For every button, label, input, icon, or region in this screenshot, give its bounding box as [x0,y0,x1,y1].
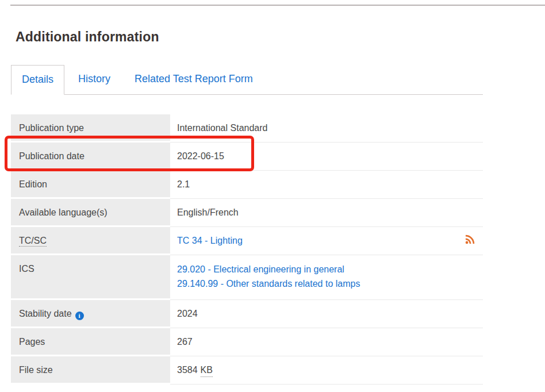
page-title: Additional information [16,29,159,45]
tab-related-test-report-form[interactable]: Related Test Report Form [124,65,263,94]
row-label: Edition [11,171,170,199]
row-value: English/French [177,207,239,218]
ics-link-2[interactable]: 29.140.99 - Other standards related to l… [177,275,360,292]
file-size-value: 3584 [177,364,198,376]
row-value: International Standard [177,122,267,134]
tab-history[interactable]: History [68,65,121,94]
row-label: Pages [11,328,170,356]
table-row-ics: ICS 29.020 - Electrical engineering in g… [11,255,483,300]
table-row-publication-type: Publication type International Standard [11,114,483,143]
tc-sc-abbr: TC/SC [19,236,47,247]
table-row-publication-date: Publication date 2022-06-15 [11,143,483,171]
row-label: TC/SC [11,227,170,255]
info-icon[interactable]: i [75,312,84,320]
table-row-edition: Edition 2.1 [11,171,483,199]
page: Additional information Details History R… [0,0,545,392]
table-row-pages: Pages 267 [11,328,483,356]
top-divider [10,5,545,6]
table-row-stability-date: Stability datei 2024 [11,300,483,328]
row-value: 2.1 [177,179,190,190]
row-label: Publication date [11,143,170,171]
row-value: 267 [177,336,193,348]
tab-bar: Details History Related Test Report Form [11,65,483,95]
rss-feed-icon[interactable] [465,235,476,247]
row-label: Publication type [11,114,170,143]
row-label: Available language(s) [11,199,170,227]
details-table: Publication type International Standard … [11,114,483,385]
row-value: 2024 [177,308,198,320]
table-row-available-languages: Available language(s) English/French [11,199,483,227]
row-label: ICS [11,255,170,300]
row-label: File size [11,356,170,385]
table-row-tc-sc: TC/SC TC 34 - Lighting [11,227,483,255]
stability-date-label: Stability date [19,309,72,318]
file-size-unit-abbr: KB [201,364,213,377]
tab-details[interactable]: Details [11,65,64,95]
row-value: 2022-06-15 [177,151,224,162]
row-label: Stability datei [11,300,170,328]
tc-sc-link[interactable]: TC 34 - Lighting [177,235,243,247]
table-row-file-size: File size 3584 KB [11,356,483,385]
